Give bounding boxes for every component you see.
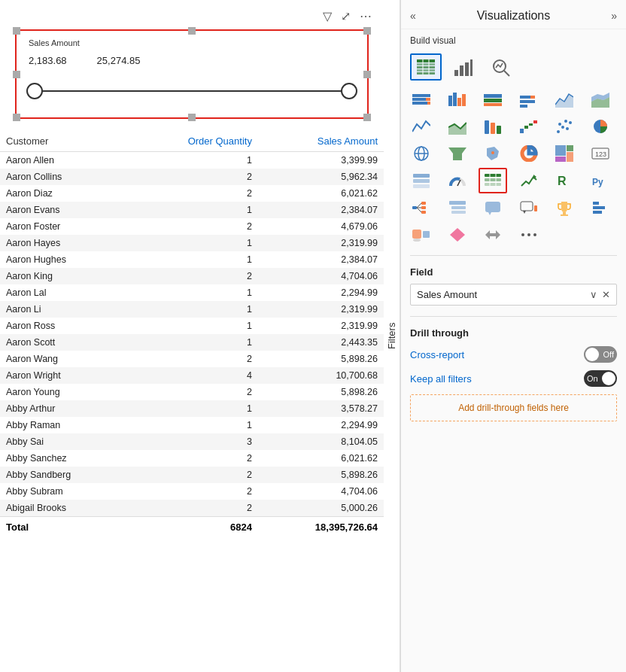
resize-handle-bm[interactable]: [188, 114, 196, 121]
cell-order-qty: 2: [129, 218, 258, 235]
viz-clustered-bar[interactable]: [443, 87, 472, 112]
viz-filled-map[interactable]: [479, 141, 507, 166]
resize-handle-bl[interactable]: [13, 114, 20, 121]
cell-order-qty: 1: [129, 152, 258, 169]
viz-hierarchy-slicer[interactable]: [443, 195, 472, 220]
viz-line-area[interactable]: [443, 114, 472, 139]
svg-marker-85: [523, 211, 526, 214]
col-customer[interactable]: Customer: [0, 131, 129, 152]
slicer-slider[interactable]: [35, 80, 349, 102]
slider-handle-left[interactable]: [26, 83, 43, 99]
viz-number-card[interactable]: 123: [586, 141, 615, 166]
resize-handle-tr[interactable]: [363, 27, 371, 35]
table-scroll[interactable]: Customer Order Quantity Sales Amount Aar…: [0, 131, 384, 537]
cell-order-qty: 4: [129, 367, 258, 384]
viz-donut[interactable]: [515, 141, 543, 166]
viz-header: « Visualizations »: [401, 0, 626, 29]
cross-report-state: Off: [603, 350, 614, 359]
viz-type-table[interactable]: [410, 53, 442, 81]
collapse-viz-icon[interactable]: «: [410, 10, 416, 22]
cell-order-qty: 1: [129, 334, 258, 351]
slider-handle-right[interactable]: [341, 83, 357, 99]
svg-point-44: [569, 121, 572, 124]
viz-bar-chart-2[interactable]: [515, 87, 543, 112]
keep-filters-switch[interactable]: On: [584, 370, 617, 387]
viz-qna[interactable]: [515, 195, 543, 220]
viz-ribbon[interactable]: [479, 114, 507, 139]
resize-handle-tm[interactable]: [188, 27, 196, 35]
resize-handle-lm[interactable]: [13, 71, 20, 78]
svg-rect-21: [462, 94, 466, 106]
cell-sales-amount: 5,000.26: [258, 500, 384, 517]
svg-rect-20: [457, 98, 461, 106]
cell-sales-amount: 2,319.99: [258, 318, 384, 334]
svg-marker-50: [448, 147, 466, 160]
viz-type-bar[interactable]: [448, 53, 479, 81]
viz-decomp-tree[interactable]: [407, 195, 436, 220]
viz-gauge[interactable]: [443, 168, 472, 193]
expand-viz-icon[interactable]: »: [611, 10, 617, 22]
expand-icon[interactable]: ⤢: [341, 9, 351, 23]
col-order-qty[interactable]: Order Quantity: [129, 131, 258, 152]
viz-globe[interactable]: [407, 141, 436, 166]
viz-py-icon[interactable]: Py: [586, 168, 615, 193]
viz-line-chart[interactable]: [407, 114, 436, 139]
chevron-down-icon[interactable]: ∨: [590, 289, 597, 300]
viz-multi-row-card[interactable]: [407, 168, 436, 193]
table-row: Aaron Diaz26,021.62: [0, 185, 384, 202]
svg-line-12: [504, 71, 509, 76]
viz-arrows[interactable]: [479, 222, 507, 248]
svg-rect-14: [412, 98, 426, 101]
close-field-icon[interactable]: ✕: [602, 289, 610, 300]
svg-rect-57: [555, 157, 566, 162]
viz-area-chart[interactable]: [550, 87, 579, 112]
viz-pie[interactable]: [586, 114, 615, 139]
cell-order-qty: 2: [129, 384, 258, 400]
svg-rect-4: [417, 72, 435, 74]
viz-speech-bubble[interactable]: [479, 195, 507, 220]
svg-rect-16: [426, 98, 430, 101]
viz-kpi[interactable]: [515, 168, 543, 193]
viz-treemap[interactable]: [550, 141, 579, 166]
viz-stacked-bar-100[interactable]: [479, 87, 507, 112]
svg-rect-89: [593, 202, 599, 205]
more-options-icon[interactable]: ⋯: [360, 9, 372, 23]
viz-bar-horizontal[interactable]: [586, 195, 615, 220]
viz-trophy[interactable]: [550, 195, 579, 220]
viz-scatter[interactable]: [550, 114, 579, 139]
drill-add-fields[interactable]: Add drill-through fields here: [410, 394, 617, 421]
cell-sales-amount: 5,898.26: [258, 351, 384, 367]
col-sales-amount[interactable]: Sales Amount: [258, 131, 384, 152]
viz-slicer-selected[interactable]: [479, 168, 507, 193]
cell-customer: Aaron Li: [0, 301, 129, 318]
field-label: Field: [410, 266, 617, 278]
cell-customer: Abby Sanchez: [0, 450, 129, 467]
svg-rect-77: [421, 206, 426, 209]
svg-rect-37: [524, 126, 528, 129]
viz-type-search[interactable]: [485, 53, 517, 81]
resize-handle-rm[interactable]: [363, 71, 371, 78]
field-input[interactable]: Sales Amount ∨ ✕: [410, 284, 617, 306]
table-row: Aaron Li12,319.99: [0, 301, 384, 318]
viz-stacked-bar[interactable]: [407, 87, 436, 112]
viz-more-visuals[interactable]: [515, 222, 543, 248]
filters-tab[interactable]: Filters: [384, 0, 400, 672]
cross-report-switch[interactable]: Off: [584, 346, 617, 363]
cell-order-qty: 2: [129, 185, 258, 202]
svg-point-97: [521, 233, 524, 236]
cross-report-toggle[interactable]: Off: [584, 346, 617, 363]
viz-diamond[interactable]: [443, 222, 472, 248]
cell-order-qty: 1: [129, 251, 258, 268]
viz-map-pin[interactable]: [407, 222, 436, 248]
viz-icon-grid: 123 R Py: [401, 84, 626, 251]
resize-handle-tl[interactable]: [13, 27, 20, 35]
viz-stacked-area[interactable]: [586, 87, 615, 112]
viz-funnel[interactable]: [443, 141, 472, 166]
viz-r-icon[interactable]: R: [550, 168, 579, 193]
cell-customer: Aaron Hayes: [0, 235, 129, 251]
cell-customer: Aaron Ross: [0, 318, 129, 334]
viz-waterfall[interactable]: [515, 114, 543, 139]
keep-filters-toggle[interactable]: On: [584, 370, 617, 387]
filter-icon[interactable]: ▽: [323, 9, 332, 23]
resize-handle-br[interactable]: [363, 114, 371, 121]
